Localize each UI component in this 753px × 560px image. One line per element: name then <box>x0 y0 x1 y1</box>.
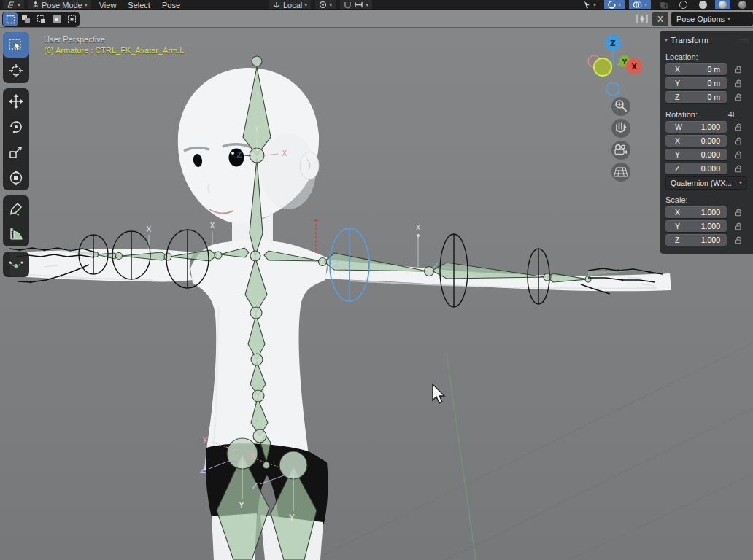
zoom-button[interactable] <box>611 97 630 116</box>
menu-pose[interactable]: Pose <box>158 1 184 9</box>
rotation-w-field[interactable]: W 1.000 <box>665 121 727 133</box>
chevron-down-icon: ▾ <box>739 180 742 186</box>
svg-text:X: X <box>282 149 287 158</box>
select-mode-subtract[interactable] <box>34 12 48 26</box>
menu-view[interactable]: View <box>96 1 120 9</box>
tool-pose-breakdowner[interactable] <box>3 252 29 277</box>
menu-select[interactable]: Select <box>124 1 154 9</box>
tool-move[interactable] <box>3 88 29 114</box>
tool-transform[interactable] <box>3 165 29 190</box>
proportional-editing-dropdown[interactable]: ▾ <box>579 0 600 9</box>
pose-tool-options: X Pose Options ▾ <box>635 12 753 26</box>
panel-collapse-chevron-icon: ▾ <box>665 37 668 43</box>
lock-icon[interactable] <box>734 164 743 173</box>
tool-rotate[interactable] <box>3 114 29 139</box>
scale-z-row: Z 1.000 <box>660 234 753 246</box>
select-mode-invert[interactable] <box>49 12 63 26</box>
gizmo-x[interactable]: X <box>626 58 642 74</box>
shading-material-button[interactable] <box>715 0 730 9</box>
rotation-y-row: Y 0.000 <box>660 149 753 160</box>
axis-value: 0 m <box>707 93 720 101</box>
mode-dropdown[interactable]: Pose Mode ▾ <box>28 0 91 9</box>
tool-scale[interactable] <box>3 139 29 165</box>
lock-icon[interactable] <box>734 79 743 88</box>
mirror-x-toggle[interactable]: X <box>652 12 668 26</box>
box-subtract-icon <box>36 15 46 24</box>
svg-text:X: X <box>210 222 215 230</box>
pose-options-label: Pose Options <box>676 15 725 23</box>
scale-y-field[interactable]: Y 1.000 <box>665 220 727 232</box>
select-mode-group <box>2 12 80 27</box>
location-z-row: Z 0 m <box>660 91 753 103</box>
chevron-down-icon: ▾ <box>329 2 332 8</box>
rotation-z-row: Z 0.000 <box>660 163 753 174</box>
orientation-label: Local <box>283 1 302 9</box>
lock-icon[interactable] <box>734 93 743 101</box>
tool-select-box[interactable] <box>3 32 29 58</box>
magnet-icon <box>344 1 352 9</box>
select-mode-extend[interactable] <box>18 12 33 26</box>
location-x-field[interactable]: X 0 m <box>665 63 727 75</box>
axis-label: Y <box>675 222 680 230</box>
axis-value: 1.000 <box>701 236 720 244</box>
rotation-badge: 4L <box>728 110 737 119</box>
tool-cursor[interactable] <box>3 58 29 83</box>
x-axis-mirror-icon[interactable] <box>635 13 649 25</box>
shading-wireframe-button[interactable] <box>676 0 691 9</box>
lock-icon[interactable] <box>734 208 743 217</box>
shading-rendered-button[interactable] <box>735 0 750 9</box>
shading-solid-button[interactable] <box>695 0 711 9</box>
lock-icon[interactable] <box>734 150 743 159</box>
svg-text:X: X <box>416 224 421 232</box>
lock-icon[interactable] <box>734 122 743 131</box>
orthographic-toggle-button[interactable] <box>611 163 630 182</box>
scale-z-field[interactable]: Z 1.000 <box>665 234 727 246</box>
transform-panel-header[interactable]: ▾ Transform :::: <box>660 34 753 48</box>
cursor-arrow-icon <box>583 1 591 9</box>
overlays-icon <box>633 1 642 9</box>
rotation-y-field[interactable]: Y 0.000 <box>665 149 727 160</box>
rotation-x-field[interactable]: X 0.000 <box>665 135 727 147</box>
location-y-field[interactable]: Y 0 m <box>665 77 727 89</box>
select-mode-set[interactable] <box>3 12 18 26</box>
lock-icon[interactable] <box>734 136 743 145</box>
gizmo-z[interactable]: Z <box>605 35 621 51</box>
scale-x-field[interactable]: X 1.000 <box>665 206 727 218</box>
editor-type-button[interactable]: ▾ <box>3 0 24 9</box>
rotation-z-field[interactable]: Z 0.000 <box>665 163 727 174</box>
gizmo-neg-z[interactable] <box>606 82 619 96</box>
lock-icon[interactable] <box>734 222 743 230</box>
svg-text:Z: Z <box>334 260 339 268</box>
scale-icon <box>8 144 24 160</box>
snap-target-icon <box>354 1 363 9</box>
select-mode-intersect[interactable] <box>64 12 79 26</box>
camera-view-button[interactable] <box>611 141 630 160</box>
axis-label: Y <box>675 79 680 88</box>
rotation-label-row: Rotation: 4L <box>660 105 753 121</box>
show-overlays-toggle[interactable]: ▾ <box>629 0 651 9</box>
pivot-point-dropdown[interactable]: ▾ <box>315 0 336 9</box>
xray-toggle[interactable] <box>655 0 671 9</box>
view-perspective-label: User Perspective <box>44 35 184 44</box>
panel-grip-icon[interactable]: :::: <box>739 37 749 44</box>
snapping-group[interactable]: ▾ <box>340 0 372 9</box>
rotation-mode-dropdown[interactable]: Quaternion (WX... ▾ <box>665 176 747 190</box>
location-z-field[interactable]: Z 0 m <box>665 91 727 103</box>
transform-orientation-dropdown[interactable]: Local ▾ <box>269 0 311 9</box>
viewport-3d[interactable]: X X X Z Z Y X Z X Z Y X Z Y Y X Z <box>0 0 753 560</box>
axis-label: X <box>675 208 680 217</box>
rotation-x-row: X 0.000 <box>660 135 753 147</box>
tool-measure[interactable] <box>3 221 29 246</box>
tool-annotate[interactable] <box>3 195 29 221</box>
pose-options-dropdown[interactable]: Pose Options ▾ <box>671 12 753 26</box>
viewport-overlay-text: User Perspective (0) Armature : CTRL_FK_… <box>44 35 184 55</box>
axis-value: 0.000 <box>701 136 720 145</box>
chevron-down-icon: ▾ <box>85 2 88 8</box>
gizmo-neg-y[interactable] <box>594 58 611 76</box>
axis-value: 0 m <box>707 65 720 74</box>
pan-hand-button[interactable] <box>611 119 630 138</box>
show-gizmo-toggle[interactable]: ▾ <box>604 0 625 9</box>
annotate-pen-icon <box>8 201 24 217</box>
lock-icon[interactable] <box>734 236 743 244</box>
lock-icon[interactable] <box>734 65 743 74</box>
